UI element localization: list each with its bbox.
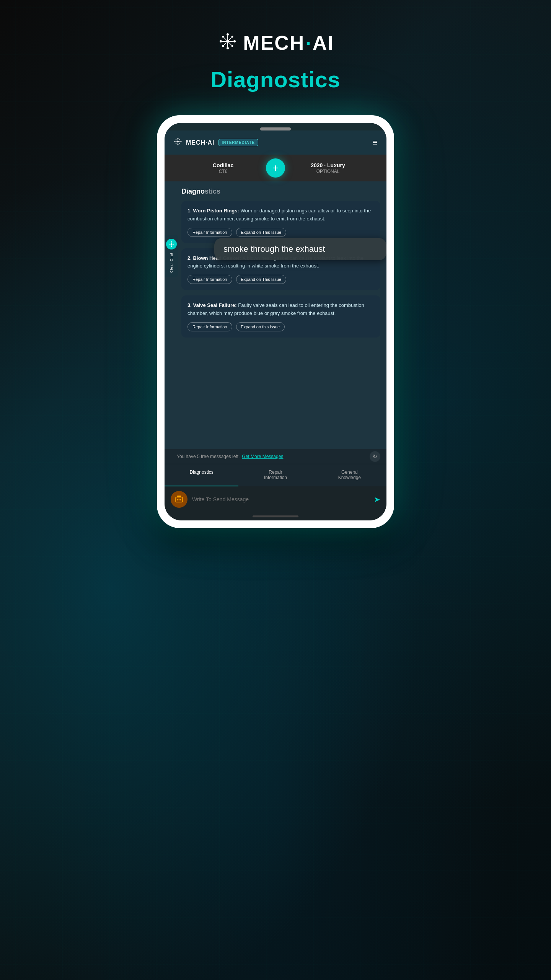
issue-3-expand-btn[interactable]: Expand on this issue: [236, 322, 285, 331]
logo-ai: AI: [313, 31, 334, 54]
svg-line-14: [229, 38, 231, 40]
vehicle-year-right: 2020 · Luxury: [276, 162, 380, 169]
svg-point-28: [176, 143, 176, 144]
diag-card-3: 3. Valve Seal Failure: Faulty valve seal…: [181, 295, 380, 338]
side-panel-avatar: [166, 239, 177, 249]
chat-area: Diagnostics 1. Worn Piston Rings: Worn o…: [165, 181, 386, 449]
svg-point-18: [178, 138, 179, 139]
diag-card-1: 1. Worn Piston Rings: Worn or damaged pi…: [181, 201, 380, 243]
app-logo-text: MECH·AI: [186, 139, 215, 146]
message-input-area: ➤: [165, 486, 386, 512]
issue-1-title: 1. Worn Piston Rings:: [187, 208, 240, 214]
messages-bar-row: You have 5 free messages left. Get More …: [165, 449, 386, 464]
messages-left-text: You have 5 free messages left.: [177, 454, 240, 459]
svg-point-27: [179, 139, 180, 140]
svg-point-43: [180, 499, 181, 501]
svg-line-16: [229, 43, 231, 45]
svg-point-26: [176, 139, 176, 140]
issue-2-buttons: Repair Information Expand on This Issue: [187, 275, 374, 284]
svg-point-41: [177, 499, 178, 501]
page-title: Diagnostics: [210, 67, 341, 92]
logo-icon: [217, 31, 238, 55]
diag-card-3-text: 3. Valve Seal Failure: Faulty valve seal…: [187, 302, 374, 318]
svg-point-10: [231, 36, 233, 38]
app-logo: MECH · AI: [217, 31, 334, 55]
svg-point-29: [179, 143, 180, 144]
refresh-button[interactable]: ↻: [370, 451, 380, 462]
svg-point-31: [171, 241, 172, 242]
svg-line-13: [224, 38, 226, 40]
logo-dot: ·: [305, 31, 311, 54]
nav-tabs: Diagnostics Repair Information General K…: [165, 464, 386, 486]
add-vehicle-button[interactable]: +: [266, 158, 285, 178]
tab-general-knowledge[interactable]: General Knowledge: [313, 464, 386, 486]
issue-3-buttons: Repair Information Expand on this issue: [187, 322, 374, 331]
app-header: MECH·AI INTERMEDIATE ≡: [165, 130, 386, 155]
vehicle-right: 2020 · Luxury OPTIONAL: [276, 162, 380, 174]
svg-point-33: [169, 244, 170, 245]
issue-3-title: 3. Valve Seal Failure:: [187, 302, 238, 308]
issue-1-repair-btn[interactable]: Repair Information: [187, 228, 232, 237]
diagnostics-title: Diagnostics: [181, 188, 380, 196]
svg-point-3: [220, 40, 222, 42]
obd-icon: [171, 491, 187, 508]
home-indicator: [253, 515, 298, 517]
tab-diagnostics[interactable]: Diagnostics: [165, 464, 238, 486]
svg-point-12: [231, 45, 233, 47]
messages-bar: You have 5 free messages left. Get More …: [171, 449, 370, 464]
svg-point-32: [171, 246, 172, 247]
svg-point-42: [179, 499, 180, 501]
issue-1-buttons: Repair Information Expand on This Issue: [187, 228, 374, 237]
svg-rect-40: [177, 496, 181, 497]
hamburger-menu[interactable]: ≡: [372, 139, 377, 147]
svg-point-30: [171, 243, 172, 245]
logo-mech: MECH: [243, 31, 305, 54]
svg-point-11: [222, 45, 224, 47]
svg-point-34: [173, 244, 174, 245]
send-button[interactable]: ➤: [374, 495, 380, 504]
svg-point-17: [177, 141, 179, 142]
svg-point-9: [222, 36, 224, 38]
issue-2-expand-btn[interactable]: Expand on This Issue: [236, 275, 287, 284]
issue-3-repair-btn[interactable]: Repair Information: [187, 322, 232, 331]
svg-line-15: [224, 43, 226, 45]
svg-point-19: [178, 144, 179, 145]
svg-point-21: [181, 141, 182, 142]
message-input[interactable]: [192, 496, 369, 502]
vehicle-model-left: CT6: [171, 169, 276, 174]
vehicle-left: Codillac CT6: [171, 162, 276, 174]
vehicle-trim-right: OPTIONAL: [276, 169, 380, 174]
svg-point-4: [233, 40, 236, 42]
issue-2-repair-btn[interactable]: Repair Information: [187, 275, 232, 284]
issue-1-expand-btn[interactable]: Expand on This Issue: [236, 228, 287, 237]
vehicle-name-left: Codillac: [171, 162, 276, 169]
svg-point-20: [174, 141, 176, 142]
phone-home-bar: [165, 512, 386, 520]
tab-repair-information[interactable]: Repair Information: [238, 464, 312, 486]
diag-card-1-text: 1. Worn Piston Rings: Worn or damaged pi…: [187, 207, 374, 223]
app-logo-icon: [174, 137, 182, 148]
get-more-messages-link[interactable]: Get More Messages: [242, 454, 283, 459]
svg-point-0: [226, 40, 229, 43]
side-panel: Clear Chat: [165, 235, 178, 277]
chat-bubble: smoke through the exhaust: [214, 238, 386, 260]
svg-point-2: [227, 47, 229, 49]
level-badge: INTERMEDIATE: [218, 139, 258, 146]
clear-chat-label[interactable]: Clear Chat: [170, 253, 173, 273]
svg-point-1: [227, 33, 229, 36]
phone-speaker: [260, 127, 291, 130]
phone-mockup: MECH·AI INTERMEDIATE ≡ Codillac CT6 + 20…: [157, 115, 394, 528]
app-logo-row: MECH·AI INTERMEDIATE: [174, 137, 258, 148]
vehicle-bar: Codillac CT6 + 2020 · Luxury OPTIONAL: [165, 155, 386, 181]
